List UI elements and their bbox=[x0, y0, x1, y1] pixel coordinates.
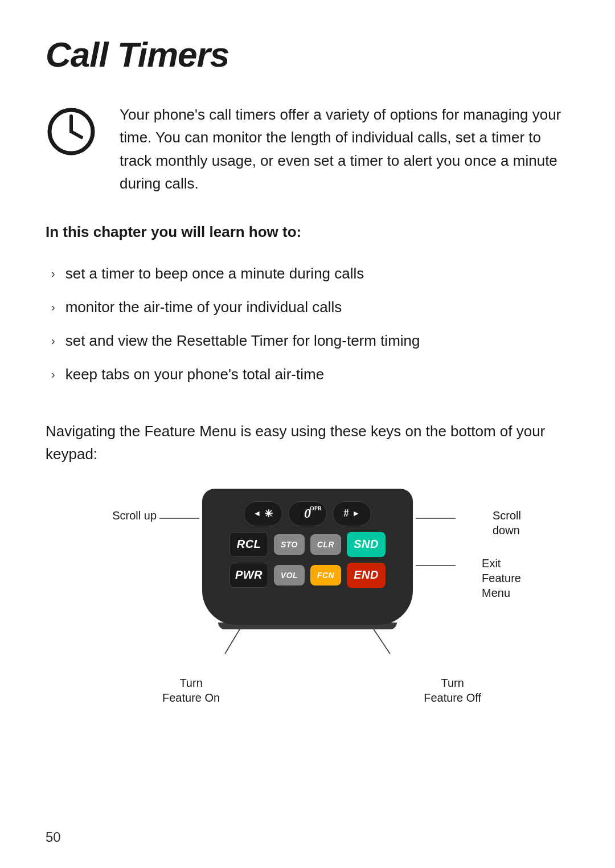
keypad-with-labels: Scroll up Scrolldown ExitFeatureMenu Tur… bbox=[94, 489, 521, 716]
key-zero-opr-label: OPR bbox=[310, 505, 322, 511]
svg-line-2 bbox=[71, 132, 81, 137]
turn-feature-off-label: TurnFeature Off bbox=[424, 675, 481, 705]
list-item: › monitor the air-time of your individua… bbox=[51, 290, 569, 324]
right-arrow: ► bbox=[352, 509, 360, 518]
scroll-up-label: Scroll up bbox=[94, 508, 157, 523]
key-fcn: FCN bbox=[310, 565, 341, 586]
list-item: › keep tabs on your phone's total air-ti… bbox=[51, 358, 569, 391]
list-item: › set and view the Resettable Timer for … bbox=[51, 324, 569, 358]
list-item: › set a timer to beep once a minute duri… bbox=[51, 257, 569, 290]
keypad-row-1: ◄ ✳ OPR 0 # ► bbox=[214, 501, 401, 526]
exit-feature-menu-label: ExitFeatureMenu bbox=[482, 556, 521, 600]
list-item-text: keep tabs on your phone's total air-time bbox=[65, 363, 324, 386]
keypad-box: ◄ ✳ OPR 0 # ► bbox=[202, 489, 413, 629]
key-pwr: PWR bbox=[229, 563, 268, 588]
key-snd: SND bbox=[347, 532, 386, 557]
intro-paragraph: Your phone's call timers offer a variety… bbox=[120, 103, 569, 195]
keypad-body: ◄ ✳ OPR 0 # ► bbox=[202, 489, 413, 625]
list-item-text: set a timer to beep once a minute during… bbox=[65, 263, 364, 285]
keypad-row-3: PWR VOL FCN END bbox=[214, 563, 401, 588]
hash-symbol: # bbox=[344, 507, 349, 519]
bullet-list: › set a timer to beep once a minute duri… bbox=[46, 257, 569, 391]
intro-section: Your phone's call timers offer a variety… bbox=[46, 103, 569, 195]
key-rcl: RCL bbox=[229, 532, 268, 557]
nav-paragraph: Navigating the Feature Menu is easy usin… bbox=[46, 420, 569, 466]
key-left-star: ◄ ✳ bbox=[244, 501, 282, 526]
list-item-text: set and view the Resettable Timer for lo… bbox=[65, 330, 420, 352]
bullet-marker: › bbox=[51, 366, 55, 383]
keypad-row-2: RCL STO CLR SND bbox=[214, 532, 401, 557]
key-end: END bbox=[347, 563, 386, 588]
bullet-marker: › bbox=[51, 332, 55, 349]
chapter-heading: In this chapter you will learn how to: bbox=[46, 223, 569, 241]
key-sto: STO bbox=[274, 534, 305, 555]
key-clr: CLR bbox=[310, 534, 341, 555]
scroll-down-label: Scrolldown bbox=[493, 508, 521, 538]
turn-feature-on-label: TurnFeature On bbox=[162, 675, 220, 705]
key-vol: VOL bbox=[274, 565, 305, 586]
key-zero: OPR 0 bbox=[288, 501, 327, 526]
bullet-marker: › bbox=[51, 265, 55, 282]
bullet-marker: › bbox=[51, 298, 55, 316]
page-title: Call Timers bbox=[46, 34, 569, 75]
key-hash-right: # ► bbox=[333, 501, 371, 526]
page-number: 50 bbox=[46, 829, 61, 845]
keypad-diagram: Scroll up Scrolldown ExitFeatureMenu Tur… bbox=[94, 489, 521, 716]
list-item-text: monitor the air-time of your individual … bbox=[65, 296, 342, 318]
clock-icon bbox=[46, 106, 97, 157]
